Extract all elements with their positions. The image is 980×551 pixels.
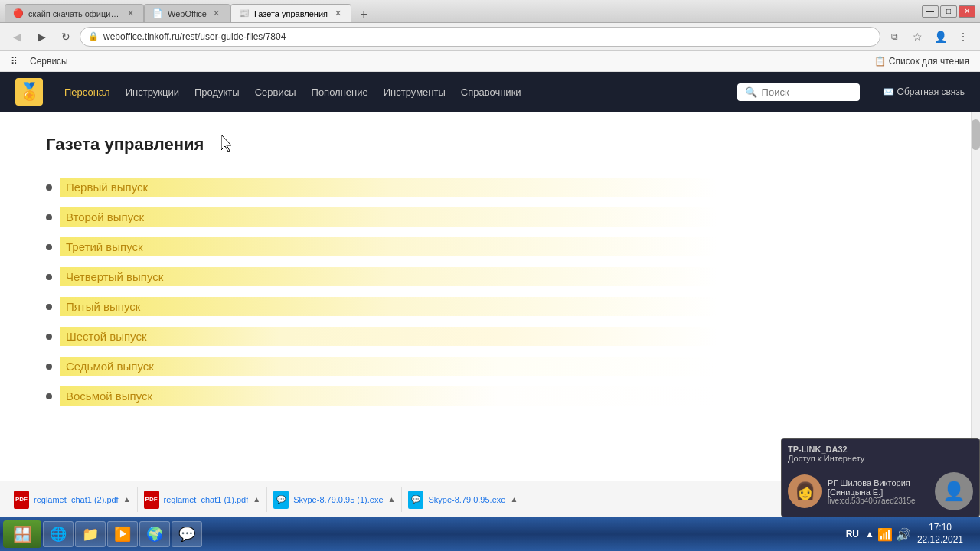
tab-3-favicon: 📰: [239, 8, 250, 19]
title-bar: 🔴 скайп скачать официальный са... ✕ 📄 We…: [0, 0, 980, 23]
tray-arrow[interactable]: ▲: [865, 529, 874, 540]
issue-link-3[interactable]: Третий выпуск: [60, 237, 718, 256]
site-nav: Персонал Инструкции Продукты Сервисы Поп…: [58, 82, 722, 103]
search-icon: 🔍: [745, 86, 757, 98]
maximize-button[interactable]: □: [940, 5, 957, 18]
list-item: Третий выпуск: [46, 233, 934, 261]
taskbar-app-ie[interactable]: 🌐: [43, 521, 74, 547]
bookmarks-bar: ⠿ Сервисы 📋 Список для чтения: [0, 51, 980, 72]
download-chevron-1[interactable]: ▲: [123, 495, 131, 504]
tab-2-label: WebOffice: [168, 9, 207, 18]
nav-topup[interactable]: Пополнение: [305, 82, 374, 103]
tab-3[interactable]: 📰 Газета управления ✕: [230, 4, 351, 22]
taskbar-app-skype[interactable]: 💬: [172, 521, 202, 547]
forward-button[interactable]: ▶: [31, 26, 52, 47]
download-item-4: 💬 Skype-8.79.0.95.exe ▲: [402, 487, 524, 512]
feedback-link[interactable]: ✉️ Обратная связь: [883, 86, 965, 97]
search-input[interactable]: [762, 86, 852, 98]
tab-3-label: Газета управления: [254, 9, 328, 18]
bullet-2: [46, 214, 52, 220]
bullet-8: [46, 393, 52, 399]
list-item: Первый выпуск: [46, 173, 934, 201]
reading-list[interactable]: 📋 Список для чтения: [871, 54, 972, 68]
wifi-name: TP-LINK_DA32: [788, 445, 973, 454]
download-chevron-3[interactable]: ▲: [388, 495, 396, 504]
address-input[interactable]: [103, 31, 872, 42]
issue-link-2[interactable]: Второй выпуск: [60, 207, 718, 227]
tab-1[interactable]: 🔴 скайп скачать официальный са... ✕: [5, 4, 144, 22]
taskbar-app-chrome[interactable]: 🌍: [139, 521, 170, 547]
volume-icon[interactable]: 🔊: [896, 527, 911, 542]
skype-icon-2: 💬: [408, 491, 423, 509]
lock-icon: 🔒: [88, 31, 99, 41]
nav-tools[interactable]: Инструменты: [377, 82, 452, 103]
site-header: 🏅 Персонал Инструкции Продукты Сервисы П…: [0, 72, 980, 112]
list-item: Четвертый выпуск: [46, 262, 934, 291]
window-controls: — □ ✕: [922, 5, 975, 18]
issue-link-8[interactable]: Восьмой выпуск: [60, 386, 718, 406]
site-search[interactable]: 🔍: [737, 83, 860, 101]
start-button[interactable]: 🪟: [3, 520, 41, 548]
avatar-skype: 👤: [935, 472, 973, 510]
tab-2-favicon: 📄: [152, 8, 163, 19]
new-tab-button[interactable]: +: [354, 7, 373, 22]
tab-3-close[interactable]: ✕: [332, 8, 343, 19]
tab-2-close[interactable]: ✕: [211, 8, 222, 19]
feedback-label: Обратная связь: [897, 86, 965, 97]
issue-link-7[interactable]: Седьмой выпуск: [60, 357, 718, 376]
nav-services[interactable]: Сервисы: [249, 82, 302, 103]
nav-instructions[interactable]: Инструкции: [119, 82, 185, 103]
taskbar: 🪟 🌐 📁 ▶️ 🌍 💬 RU ▲ 📶 🔊 17:10 22.12.2021: [0, 517, 980, 551]
bookmark-apps[interactable]: ⠿: [8, 54, 21, 68]
tab-1-label: скайп скачать официальный са...: [28, 9, 120, 18]
system-clock[interactable]: 17:10 22.12.2021: [917, 522, 963, 546]
pdf-icon-2: PDF: [144, 491, 159, 509]
network-icon: 📶: [877, 527, 893, 542]
menu-button[interactable]: ⋮: [952, 26, 974, 47]
download-name-4[interactable]: Skype-8.79.0.95.exe: [428, 495, 505, 504]
notification-popup: TP-LINK_DA32 Доступ к Интернету 👩 РГ Шил…: [781, 438, 980, 517]
nav-right-icons: ⧉ ☆ 👤 ⋮: [884, 26, 974, 47]
scrollbar-thumb[interactable]: [972, 119, 980, 150]
tab-1-close[interactable]: ✕: [125, 8, 136, 19]
download-name-1[interactable]: reglamet_chat1 (2).pdf: [34, 495, 119, 504]
download-chevron-2[interactable]: ▲: [253, 495, 260, 504]
download-chevron-4[interactable]: ▲: [510, 495, 518, 504]
back-button[interactable]: ◀: [6, 26, 28, 47]
taskbar-app-explorer[interactable]: 📁: [75, 521, 106, 547]
tab-2[interactable]: 📄 WebOffice ✕: [144, 4, 230, 22]
wifi-status: Доступ к Интернету: [788, 454, 973, 463]
extensions-button[interactable]: ⧉: [884, 26, 905, 47]
download-item-2: PDF reglamet_chat1 (1).pdf ▲: [138, 487, 268, 512]
list-item: Восьмой выпуск: [46, 382, 934, 410]
tab-1-favicon: 🔴: [13, 8, 24, 19]
issue-link-4[interactable]: Четвертый выпуск: [60, 267, 718, 286]
pdf-icon-1: PDF: [14, 491, 29, 509]
issue-link-6[interactable]: Шестой выпуск: [60, 327, 718, 346]
download-name-2[interactable]: reglamet_chat1 (1).pdf: [164, 495, 249, 504]
download-name-3[interactable]: Skype-8.79.0.95 (1).exe: [293, 495, 383, 504]
address-bar[interactable]: 🔒: [80, 27, 880, 47]
page-content: Газета управления Первый выпуск Второй в…: [0, 112, 980, 481]
bullet-3: [46, 244, 52, 250]
nav-personal[interactable]: Персонал: [58, 82, 116, 103]
taskbar-app-media[interactable]: ▶️: [107, 521, 138, 547]
nav-products[interactable]: Продукты: [188, 82, 246, 103]
scrollbar[interactable]: [971, 112, 980, 481]
nav-bar: ◀ ▶ ↻ 🔒 ⧉ ☆ 👤 ⋮: [0, 23, 980, 51]
bookmark-button[interactable]: ☆: [906, 26, 928, 47]
feedback-icon: ✉️: [883, 86, 894, 97]
nav-references[interactable]: Справочники: [455, 82, 528, 103]
issue-link-1[interactable]: Первый выпуск: [60, 178, 718, 197]
minimize-button[interactable]: —: [922, 5, 939, 18]
page-title: Газета управления: [46, 135, 934, 155]
close-button[interactable]: ✕: [959, 5, 975, 18]
clock-time: 17:10: [929, 522, 952, 534]
reading-list-icon: 📋: [874, 56, 886, 67]
issue-link-5[interactable]: Пятый выпуск: [60, 297, 718, 316]
profile-button[interactable]: 👤: [929, 26, 951, 47]
bookmark-services[interactable]: Сервисы: [27, 54, 71, 68]
bullet-6: [46, 334, 52, 340]
download-item-3: 💬 Skype-8.79.0.95 (1).exe ▲: [267, 487, 402, 512]
refresh-button[interactable]: ↻: [55, 26, 77, 47]
